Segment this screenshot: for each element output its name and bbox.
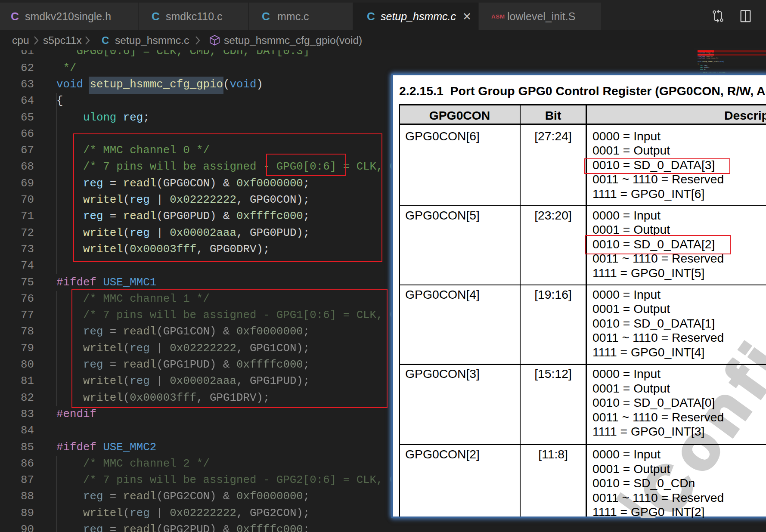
svg-text:u32 i;: u32 i;: [700, 68, 706, 70]
svg-text:#include <s5p_hsmmc.h>: #include <s5p_hsmmc.h>: [698, 57, 719, 59]
svg-text:void setup_hsmmc_stack(void): void setup_hsmmc_stack(void): [698, 61, 724, 62]
svg-text:{: {: [698, 63, 699, 65]
svg-text:#include <regs.h>: #include <regs.h>: [698, 52, 714, 54]
